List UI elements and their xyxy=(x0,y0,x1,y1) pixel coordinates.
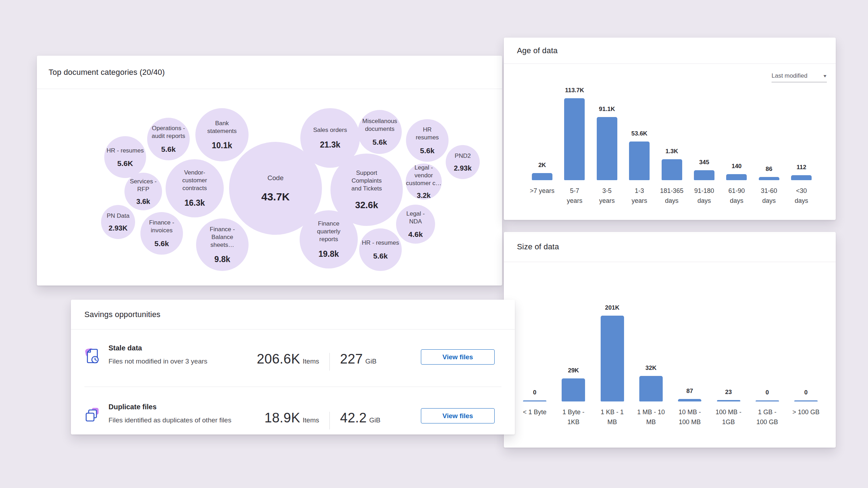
card-header: Savings opportunities xyxy=(71,300,515,329)
bubble-label: HR - resumes xyxy=(362,239,399,247)
bubble-label: Financequarterlyreports xyxy=(317,220,340,243)
bubble-value: 10.1k xyxy=(212,141,232,150)
bar-5-7-years[interactable] xyxy=(564,98,585,180)
bar-category-label: > 100 GB xyxy=(781,407,831,417)
bubble-value: 32.6k xyxy=(355,200,378,211)
bar-7-years[interactable] xyxy=(532,173,552,180)
bar-value-label: 201K xyxy=(588,304,637,312)
items-count: 206.6K xyxy=(257,351,300,366)
bubble-miscellanous-documents[interactable]: Miscellanousdocuments5.6k xyxy=(358,110,402,154)
metric-divider xyxy=(329,412,330,429)
bar-181-365-days[interactable] xyxy=(662,159,682,180)
bubble-hr-resumes[interactable]: HR - resumes5.6K xyxy=(104,136,146,178)
metric-divider xyxy=(329,353,330,371)
bar-30-days[interactable] xyxy=(791,175,812,180)
bubble-operations-audit-reports[interactable]: Operations -audit reports5.6k xyxy=(147,118,190,160)
bar-3-5-years[interactable] xyxy=(597,117,617,180)
items-unit: Items xyxy=(303,357,319,365)
bar-1-byte-1kb[interactable] xyxy=(562,378,585,401)
duplicate-size-metric: 42.2GiB xyxy=(340,410,380,426)
bubble-legal-vendor-customer-c[interactable]: Legal -vendorcustomer c…3.2k xyxy=(406,163,442,200)
bubble-bank-statements[interactable]: Bankstatements10.1k xyxy=(195,108,249,161)
bar-10-mb-100-mb[interactable] xyxy=(678,399,701,401)
bubble-chart: HR - resumes5.6KOperations -audit report… xyxy=(37,56,502,285)
bar-1-kb-1-mb[interactable] xyxy=(601,316,624,401)
bar-31-60-days[interactable] xyxy=(759,177,779,180)
bubble-label: Services -RFP xyxy=(130,178,157,193)
bar-value-label: 32K xyxy=(626,364,676,372)
bubble-vendor-customer-contracts[interactable]: Vendor-customercontracts16.3k xyxy=(166,159,224,217)
size-count: 42.2 xyxy=(340,410,367,425)
bubble-label: HR - resumes xyxy=(107,147,144,155)
bubble-finance-balance-sheets[interactable]: Finance -Balancesheets…9.8k xyxy=(196,218,249,271)
bar-1-gb-100-gb[interactable] xyxy=(756,400,779,401)
bar-value-label: 2K xyxy=(517,161,567,170)
savings-opportunities-card: Savings opportunities Stale data Files n… xyxy=(71,300,515,434)
size-of-data-card: Size of data 0< 1 Byte29K1 Byte -1KB201K… xyxy=(504,232,836,448)
bubble-label: Vendor-customercontracts xyxy=(182,169,207,192)
bubble-label: Code xyxy=(267,174,283,182)
items-count: 18.9K xyxy=(265,410,300,425)
stale-data-title: Stale data xyxy=(108,344,142,352)
duplicate-files-icon xyxy=(84,406,101,424)
bubble-value: 5.6k xyxy=(161,145,176,154)
bar-value-label: 29K xyxy=(549,366,598,375)
duplicate-files-title: Duplicate files xyxy=(108,403,157,411)
duplicate-items-metric: 18.9KItems xyxy=(188,410,319,426)
view-duplicate-files-button[interactable]: View files xyxy=(421,408,495,423)
bubble-value: 43.7K xyxy=(261,191,290,203)
bubble-hr-resumes[interactable]: HRresumes5.6k xyxy=(406,119,449,162)
bar-value-label: 113.7K xyxy=(550,86,599,95)
bar-value-label: 1.3K xyxy=(647,147,697,156)
bubble-finance-quarterly-reports[interactable]: Financequarterlyreports19.8k xyxy=(300,210,358,268)
bubble-value: 9.8k xyxy=(215,255,230,264)
bubble-value: 16.3k xyxy=(184,198,205,208)
view-stale-files-button[interactable]: View files xyxy=(421,349,495,365)
top-document-categories-card: Top document categories (20/40) HR - res… xyxy=(37,56,502,285)
bubble-value: 2.93K xyxy=(108,224,127,232)
bubble-value: 21.3k xyxy=(320,140,340,150)
bar-61-90-days[interactable] xyxy=(726,174,747,180)
stale-items-metric: 206.6KItems xyxy=(188,351,319,367)
bar-category-label: <30days xyxy=(777,186,826,206)
size-unit: GiB xyxy=(369,416,380,424)
bubble-value: 5.6k xyxy=(373,138,387,146)
age-bar-chart: 2K>7 years113.7K5-7years91.1K3-5years53.… xyxy=(504,38,836,220)
bubble-pn-data[interactable]: PN Data2.93K xyxy=(101,205,135,239)
age-of-data-card: Age of data Last modified ▼ 2K>7 years11… xyxy=(504,38,836,220)
bubble-finance-invoices[interactable]: Finance -invoices5.6k xyxy=(140,212,183,255)
bubble-label: Legal -NDA xyxy=(406,210,425,226)
bubble-value: 19.8k xyxy=(318,249,339,259)
bubble-value: 5.6K xyxy=(117,159,133,168)
bubble-value: 4.6k xyxy=(408,230,423,239)
size-unit: GiB xyxy=(365,357,377,365)
size-bar-chart: 0< 1 Byte29K1 Byte -1KB201K1 KB - 1MB32K… xyxy=(504,232,836,448)
bar-100-gb[interactable] xyxy=(794,400,818,401)
bar-1-byte[interactable] xyxy=(523,400,546,401)
bubble-label: Finance -invoices xyxy=(149,219,174,234)
size-count: 227 xyxy=(340,351,363,366)
stale-data-clock-icon xyxy=(84,348,101,365)
row-divider xyxy=(84,387,501,387)
bar-value-label: 0 xyxy=(781,388,831,397)
bar-1-mb-10-mb[interactable] xyxy=(639,376,663,401)
bubble-label: Operations -audit reports xyxy=(152,124,185,140)
bar-value-label: 112 xyxy=(777,163,826,172)
bubble-label: SupportComplaintsand Tickets xyxy=(351,169,382,193)
bar-1-3-years[interactable] xyxy=(629,142,650,180)
bar-value-label: 53.6K xyxy=(614,129,664,138)
bubble-label: Sales orders xyxy=(313,126,347,134)
bar-100-mb-1gb[interactable] xyxy=(717,400,740,401)
bar-value-label: 0 xyxy=(510,388,560,397)
bubble-legal-nda[interactable]: Legal -NDA4.6k xyxy=(396,205,435,244)
bar-91-180-days[interactable] xyxy=(694,170,714,180)
bubble-label: Finance -Balancesheets… xyxy=(210,226,235,249)
bubble-label: PND2 xyxy=(455,152,471,160)
stale-size-metric: 227GiB xyxy=(340,351,377,367)
bubble-hr-resumes[interactable]: HR - resumes5.6k xyxy=(359,228,402,271)
bubble-label: Miscellanousdocuments xyxy=(362,117,397,133)
bubble-value: 5.6k xyxy=(155,239,169,248)
items-unit: Items xyxy=(303,416,319,424)
bubble-services-rfp[interactable]: Services -RFP3.6k xyxy=(124,173,162,210)
bubble-pnd2[interactable]: PND22.93k xyxy=(446,145,480,179)
